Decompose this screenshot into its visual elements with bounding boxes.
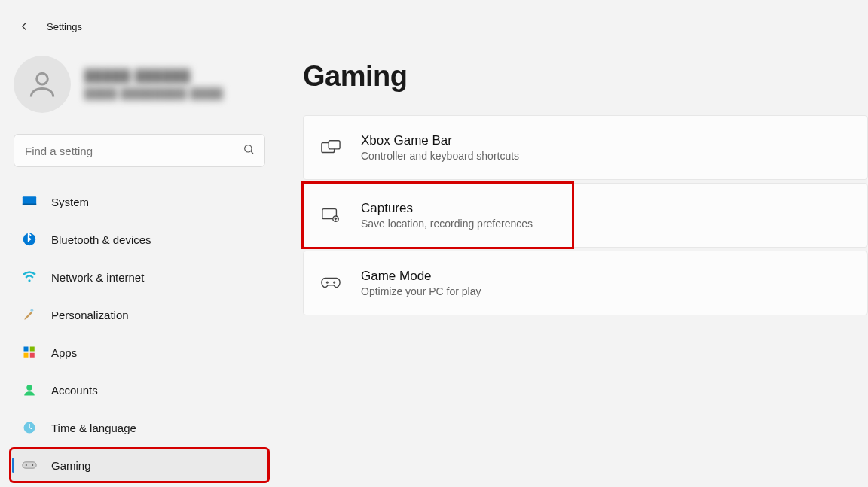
- card-subtitle: Controller and keyboard shortcuts: [361, 150, 519, 162]
- paintbrush-icon: [21, 306, 38, 323]
- svg-rect-17: [329, 141, 340, 149]
- svg-rect-6: [30, 309, 34, 312]
- svg-point-5: [28, 279, 30, 282]
- card-subtitle: Optimize your PC for play: [361, 285, 481, 297]
- clock-globe-icon: [21, 419, 38, 436]
- svg-point-15: [32, 464, 33, 466]
- sidebar-item-label: Apps: [51, 346, 77, 359]
- svg-rect-7: [24, 347, 29, 352]
- sidebar-item-label: Personalization: [51, 309, 129, 321]
- sidebar: █████ ██████ ████ ████████ ████ System: [0, 39, 279, 482]
- sidebar-item-label: Network & internet: [51, 271, 144, 284]
- card-captures[interactable]: Captures Save location, recording prefer…: [303, 183, 868, 248]
- page-title: Gaming: [303, 60, 868, 93]
- card-game-mode[interactable]: Game Mode Optimize your PC for play: [303, 251, 868, 315]
- svg-point-11: [26, 385, 32, 391]
- svg-point-1: [245, 145, 252, 152]
- gamepad-icon: [21, 457, 38, 473]
- sidebar-item-system[interactable]: System: [11, 185, 268, 218]
- main-panel: Gaming Xbox Game Bar Controller and keyb…: [279, 39, 868, 482]
- wifi-icon: [21, 269, 38, 285]
- svg-point-20: [326, 282, 328, 283]
- card-xbox-game-bar[interactable]: Xbox Game Bar Controller and keyboard sh…: [303, 115, 868, 180]
- card-title: Game Mode: [361, 269, 481, 284]
- svg-rect-8: [30, 347, 35, 352]
- svg-point-14: [26, 464, 27, 466]
- sidebar-item-personalization[interactable]: Personalization: [11, 298, 268, 331]
- svg-point-4: [23, 233, 36, 246]
- card-title: Captures: [361, 201, 533, 216]
- bluetooth-icon: [21, 231, 38, 248]
- person-icon: [21, 382, 38, 398]
- search-icon: [243, 143, 255, 158]
- sidebar-item-apps[interactable]: Apps: [11, 336, 268, 369]
- sidebar-item-accounts[interactable]: Accounts: [11, 373, 268, 406]
- apps-icon: [21, 344, 38, 361]
- sidebar-item-label: Accounts: [51, 384, 98, 397]
- sidebar-item-label: Time & language: [51, 422, 136, 434]
- title-bar: Settings: [0, 0, 868, 39]
- back-button[interactable]: [17, 19, 32, 34]
- svg-point-21: [334, 282, 335, 283]
- sidebar-item-time-language[interactable]: Time & language: [11, 411, 268, 444]
- svg-point-0: [37, 73, 48, 84]
- sidebar-item-label: Bluetooth & devices: [51, 233, 151, 246]
- sidebar-item-network[interactable]: Network & internet: [11, 260, 268, 294]
- search-input[interactable]: [14, 134, 265, 167]
- avatar: [14, 56, 71, 113]
- controller-icon: [320, 272, 341, 294]
- svg-rect-3: [23, 204, 36, 206]
- svg-rect-13: [23, 462, 36, 468]
- nav-list: System Bluetooth & devices Network & int…: [9, 185, 270, 482]
- card-title: Xbox Game Bar: [361, 133, 519, 148]
- svg-rect-9: [24, 353, 29, 358]
- sidebar-item-bluetooth[interactable]: Bluetooth & devices: [11, 223, 268, 256]
- profile-block[interactable]: █████ ██████ ████ ████████ ████: [9, 53, 270, 126]
- captures-icon: [320, 205, 341, 226]
- search-wrap: [14, 134, 265, 167]
- game-bar-icon: [320, 137, 341, 158]
- profile-name: █████ ██████: [84, 69, 223, 83]
- profile-email: ████ ████████ ████: [84, 87, 223, 99]
- sidebar-item-label: System: [51, 196, 89, 208]
- app-title: Settings: [47, 21, 82, 32]
- svg-rect-10: [30, 353, 35, 358]
- sidebar-item-gaming[interactable]: Gaming: [11, 449, 268, 482]
- sidebar-item-label: Gaming: [51, 459, 91, 472]
- card-subtitle: Save location, recording preferences: [361, 218, 533, 230]
- display-icon: [21, 193, 38, 210]
